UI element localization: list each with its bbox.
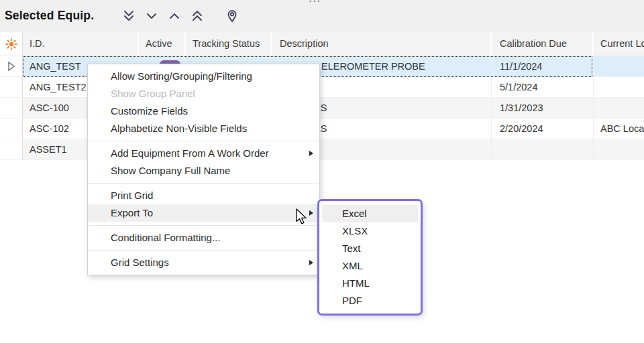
double-chevron-up-icon[interactable] [189, 8, 205, 24]
cell-current-location[interactable] [594, 98, 644, 119]
toolbar [121, 8, 240, 24]
column-header-active[interactable]: Active [139, 32, 186, 56]
menu-separator [89, 225, 319, 226]
double-chevron-down-icon[interactable] [121, 8, 137, 24]
submenu-arrow-icon [309, 151, 313, 156]
cell-calibration-due[interactable]: 5/1/2024 [492, 77, 594, 98]
menu-item-print-grid[interactable]: Print Grid [88, 187, 319, 204]
cell-current-location[interactable] [594, 139, 644, 160]
menu-item-export-to[interactable]: Export To [88, 204, 319, 222]
chevron-up-icon[interactable] [166, 8, 182, 24]
submenu-arrow-icon [309, 210, 313, 216]
export-to-submenu: Excel XLSX Text XML HTML PDF [317, 199, 423, 316]
grid-corner-cell[interactable] [0, 32, 23, 56]
sun-icon [5, 38, 18, 51]
submenu-arrow-icon [309, 260, 313, 265]
cell-calibration-due[interactable] [492, 139, 594, 160]
submenu-item-text[interactable]: Text [322, 240, 418, 257]
menu-separator [89, 183, 319, 184]
location-pin-icon[interactable] [224, 8, 240, 24]
cell-current-location[interactable]: ABC Location [594, 119, 644, 139]
column-header-id[interactable]: I.D. [23, 32, 139, 56]
submenu-item-pdf[interactable]: PDF [322, 292, 418, 310]
row-indicator [0, 98, 23, 119]
cell-current-location[interactable] [594, 56, 644, 77]
submenu-item-xlsx[interactable]: XLSX [322, 222, 418, 240]
menu-item-customize-fields[interactable]: Customize Fields [88, 102, 319, 120]
menu-item-grid-settings[interactable]: Grid Settings [88, 254, 319, 271]
row-indicator [0, 77, 23, 98]
grid-header-row: I.D. Active Tracking Status Description … [0, 32, 644, 56]
cell-calibration-due[interactable]: 2/20/2024 [492, 119, 594, 139]
row-indicator-arrow [0, 56, 23, 77]
menu-item-alphabetize-fields[interactable]: Alphabetize Non-Visible Fields [88, 120, 319, 137]
grid-context-menu: Allow Sorting/Grouping/Filtering Show Gr… [87, 64, 320, 275]
submenu-item-excel[interactable]: Excel [322, 205, 418, 222]
menu-separator [89, 141, 319, 141]
panel-header: Selected Equip. ••• [0, 0, 644, 32]
menu-separator [89, 250, 319, 251]
cell-calibration-due[interactable]: 11/1/2024 [492, 56, 594, 77]
drag-handle-dots[interactable]: ••• [309, 0, 321, 5]
app-window: Selected Equip. ••• [0, 0, 644, 343]
menu-item-conditional-formatting[interactable]: Conditional Formatting... [88, 229, 319, 247]
column-header-tracking-status[interactable]: Tracking Status [186, 32, 272, 56]
column-header-description[interactable]: Description [272, 32, 492, 56]
menu-item-show-company-full-name[interactable]: Show Company Full Name [88, 162, 319, 180]
menu-item-add-equipment-from-work-order[interactable]: Add Equipment From A Work Order [88, 145, 319, 162]
menu-item-show-group-panel: Show Group Panel [88, 85, 319, 102]
row-indicator [0, 119, 23, 139]
column-header-calibration-due[interactable]: Calibration Due [492, 32, 594, 56]
column-header-current-location[interactable]: Current Location [594, 32, 644, 56]
chevron-down-icon[interactable] [144, 8, 160, 24]
row-indicator [0, 139, 23, 160]
menu-item-allow-sorting[interactable]: Allow Sorting/Grouping/Filtering [88, 68, 319, 85]
submenu-item-xml[interactable]: XML [322, 257, 418, 275]
page-title: Selected Equip. [5, 9, 94, 23]
submenu-item-html[interactable]: HTML [322, 275, 418, 292]
cell-current-location[interactable] [594, 77, 644, 98]
cell-calibration-due[interactable]: 1/31/2023 [492, 98, 594, 119]
